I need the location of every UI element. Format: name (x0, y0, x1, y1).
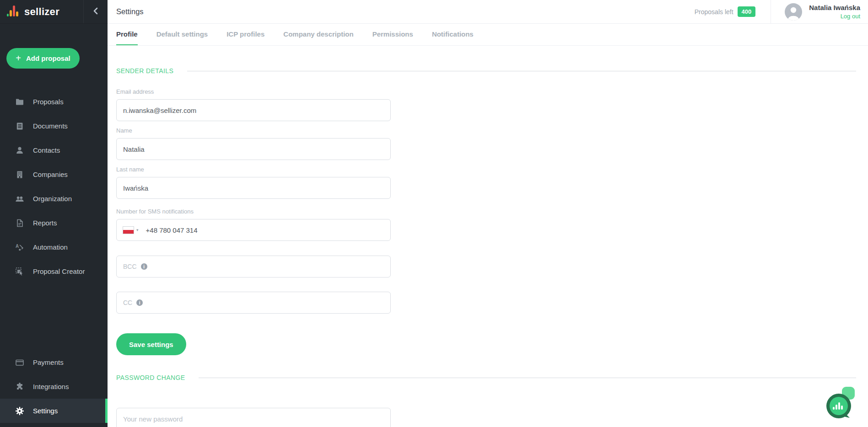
sidebar-item-label: Payments (33, 358, 64, 366)
proposals-left-label: Proposals left (695, 8, 733, 16)
password-change-title: PASSWORD CHANGE (116, 374, 185, 381)
top-header: Settings Proposals left 400 Natalia Iwań… (108, 0, 868, 24)
folder-icon (15, 97, 24, 107)
name-label: Name (116, 127, 868, 134)
sender-details-section-header: SENDER DETAILS (116, 67, 868, 75)
email-label: Email address (116, 88, 868, 95)
name-field[interactable] (116, 138, 391, 160)
sidebar-item-label: Contacts (33, 146, 60, 154)
user-name: Natalia Iwańska (809, 4, 860, 11)
tab-icp-profiles[interactable]: ICP profiles (226, 24, 264, 45)
logout-link[interactable]: Log out (809, 13, 860, 20)
password-change-section-header: PASSWORD CHANGE (116, 374, 868, 381)
sidebar-item-label: Automation (33, 243, 68, 251)
sidebar: sellizer + Add proposal Proposals Docume… (0, 0, 108, 427)
section-divider (187, 71, 856, 71)
sidebar-item-label: Organization (33, 195, 72, 203)
brand-logo-bars-icon (6, 5, 20, 19)
header-right: Proposals left 400 Natalia Iwańska Log o… (695, 0, 868, 23)
sidebar-item-automation[interactable]: A Automation (0, 235, 108, 259)
sidebar-item-proposals[interactable]: Proposals (0, 90, 108, 114)
header-divider (771, 0, 771, 24)
chevron-left-icon (93, 7, 98, 16)
email-field[interactable] (116, 99, 391, 121)
sidebar-item-label: Proposals (33, 98, 64, 106)
sms-number-field[interactable]: ▾ +48 780 047 314 (116, 219, 391, 241)
building-icon (15, 170, 24, 179)
sidebar-item-label: Proposal Creator (33, 267, 85, 275)
user-block: Natalia Iwańska Log out (809, 4, 860, 20)
sidebar-item-reports[interactable]: Reports (0, 211, 108, 235)
section-divider (199, 378, 856, 378)
save-settings-button[interactable]: Save settings (116, 333, 186, 355)
settings-tabbar: Profile Default settings ICP profiles Co… (108, 24, 868, 46)
report-icon (15, 219, 24, 228)
chevron-down-icon[interactable]: ▾ (136, 228, 139, 232)
tab-company-description[interactable]: Company description (283, 24, 353, 45)
proposals-left-badge: 400 (738, 6, 756, 17)
new-password-field[interactable] (116, 408, 391, 427)
chat-bubble-icon (826, 387, 855, 421)
sms-number-label: Number for SMS notifications (116, 208, 868, 215)
cc-field[interactable]: CC i (116, 292, 391, 314)
sidebar-nav: Proposals Documents Contacts Companies O… (0, 90, 108, 283)
cc-placeholder: CC (123, 299, 132, 306)
tab-default-settings[interactable]: Default settings (156, 24, 208, 45)
sidebar-item-label: Integrations (33, 383, 69, 390)
add-proposal-label: Add proposal (26, 54, 70, 62)
page-title: Settings (116, 7, 144, 16)
tab-permissions[interactable]: Permissions (372, 24, 413, 45)
credit-card-icon (15, 358, 24, 367)
plus-icon: + (16, 53, 21, 63)
sidebar-collapse-button[interactable] (83, 0, 108, 23)
gear-icon (15, 406, 24, 416)
poland-flag-icon[interactable] (123, 226, 134, 234)
sidebar-item-organization[interactable]: Organization (0, 187, 108, 211)
sms-number-value: +48 780 047 314 (146, 226, 198, 234)
sidebar-item-label: Companies (33, 171, 68, 178)
sender-details-title: SENDER DETAILS (116, 67, 173, 75)
sidebar-item-companies[interactable]: Companies (0, 162, 108, 187)
sidebar-nav-bottom: Payments Integrations (0, 350, 108, 423)
avatar[interactable] (785, 3, 802, 21)
automation-icon: A (15, 243, 24, 252)
svg-text:A: A (16, 244, 19, 249)
last-name-label: Last name (116, 166, 868, 173)
tab-profile[interactable]: Profile (116, 24, 138, 45)
sidebar-item-proposal-creator[interactable]: Proposal Creator (0, 259, 108, 283)
sidebar-item-contacts[interactable]: Contacts (0, 138, 108, 162)
person-icon (15, 146, 24, 155)
tab-notifications[interactable]: Notifications (432, 24, 474, 45)
bcc-placeholder: BCC (123, 263, 137, 270)
sidebar-item-label: Settings (33, 407, 58, 415)
sidebar-item-documents[interactable]: Documents (0, 114, 108, 138)
chat-widget-button[interactable] (826, 387, 855, 421)
add-proposal-button[interactable]: + Add proposal (6, 48, 80, 69)
brand-logo[interactable]: sellizer (0, 0, 83, 23)
profile-form: SENDER DETAILS Email address Name Last n… (108, 46, 868, 427)
brand-name: sellizer (24, 6, 59, 18)
people-icon (15, 194, 24, 203)
info-icon[interactable]: i (136, 299, 143, 306)
puzzle-icon (15, 382, 24, 391)
sidebar-item-payments[interactable]: Payments (0, 350, 108, 374)
last-name-field[interactable] (116, 177, 391, 199)
sidebar-item-label: Documents (33, 122, 68, 130)
sidebar-logo-row: sellizer (0, 0, 108, 24)
sidebar-item-settings[interactable]: Settings (0, 399, 108, 423)
document-icon (15, 122, 24, 131)
creator-cursor-icon (15, 267, 24, 276)
bcc-field[interactable]: BCC i (116, 256, 391, 278)
sidebar-item-integrations[interactable]: Integrations (0, 374, 108, 399)
sidebar-item-label: Reports (33, 219, 57, 227)
main-area: Settings Proposals left 400 Natalia Iwań… (108, 0, 868, 427)
info-icon[interactable]: i (141, 263, 147, 270)
